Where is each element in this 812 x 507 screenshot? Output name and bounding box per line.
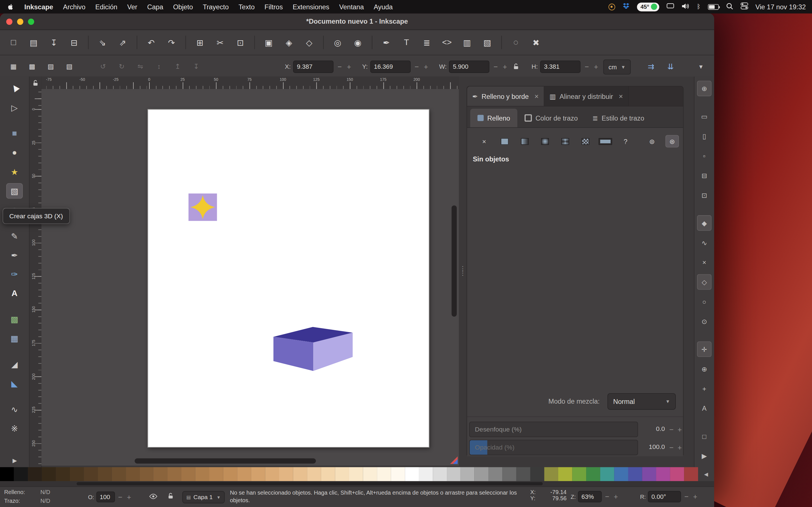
paint-swatch-button[interactable] <box>599 135 612 147</box>
transform-dialog-button[interactable]: ▧ <box>479 34 496 51</box>
rotate-cw-button[interactable]: ↻ <box>114 60 129 73</box>
tab-stroke-color[interactable]: Color de trazo <box>517 109 585 127</box>
pencil-tool[interactable]: ✎ <box>6 228 23 244</box>
palette-swatch-47[interactable] <box>656 467 670 482</box>
snap-object-center-button[interactable]: ⊕ <box>697 361 711 377</box>
fill-indicator[interactable]: Relleno: N/D <box>4 489 25 495</box>
horizontal-scrollbar-thumb[interactable] <box>135 458 316 463</box>
x-increment-button[interactable]: + <box>346 62 352 70</box>
dock-resize-handle[interactable]: ⋮⋮ <box>459 76 467 467</box>
paint-bucket-tool[interactable]: ◣ <box>6 376 23 391</box>
box3d-face-1[interactable] <box>273 337 313 371</box>
y-increment-button[interactable]: + <box>423 62 429 70</box>
close-window-button[interactable] <box>6 18 12 24</box>
raise-button[interactable]: ↥ <box>170 60 185 73</box>
volume-icon[interactable] <box>682 3 690 11</box>
zoom-out-button[interactable]: − <box>604 493 610 501</box>
palette-swatch-20[interactable] <box>279 467 293 482</box>
connector-tool[interactable]: ∿ <box>6 401 23 417</box>
snap-path-intersection-button[interactable]: × <box>697 255 711 270</box>
star-tool[interactable]: ★ <box>6 164 23 179</box>
canvas-objects[interactable] <box>42 89 459 466</box>
battery-widget[interactable]: 45° <box>637 2 659 11</box>
snap-cusp-node-button[interactable]: ◇ <box>697 274 711 290</box>
flip-vertical-button[interactable]: ↕ <box>152 60 166 73</box>
unlink-clone-button[interactable]: ◇ <box>301 34 317 51</box>
lower-button[interactable]: ↧ <box>189 60 203 73</box>
opacity-increment-button[interactable]: + <box>126 493 133 501</box>
toolbox-expander-icon[interactable]: ▶ <box>0 457 30 464</box>
snap-smooth-node-button[interactable]: ○ <box>697 294 711 309</box>
display-icon[interactable] <box>667 3 675 11</box>
snap-nodes-button[interactable]: ◆ <box>697 215 711 231</box>
palette-swatch-23[interactable] <box>321 467 335 482</box>
palette-swatch-21[interactable] <box>293 467 307 482</box>
open-document-button[interactable]: ▤ <box>26 34 42 51</box>
h-input[interactable] <box>541 60 581 73</box>
menu-item-capa[interactable]: Capa <box>147 3 163 11</box>
save-document-button[interactable]: ↧ <box>46 34 62 51</box>
fill-rule-nonzero-button[interactable]: ⊛ <box>665 135 679 147</box>
selection-touch-button[interactable]: ▧ <box>62 60 77 73</box>
move-gradients-toggle-button[interactable]: ⇊ <box>663 60 678 73</box>
snap-enable-button[interactable]: ⊕ <box>697 81 711 96</box>
palette-swatch-17[interactable] <box>238 467 252 482</box>
menu-item-objeto[interactable]: Objeto <box>173 3 193 11</box>
select-all-button[interactable]: ▦ <box>6 60 20 73</box>
palette-swatch-34[interactable] <box>474 467 489 482</box>
fill-rule-evenodd-button[interactable]: ⊚ <box>645 135 659 147</box>
palette-swatch-11[interactable] <box>154 467 168 482</box>
palette-swatch-16[interactable] <box>223 467 238 482</box>
unit-selector[interactable]: cm ▼ <box>603 59 631 74</box>
tab-fill-and-stroke[interactable]: ✒ Relleno y borde × <box>467 87 545 106</box>
palette-swatch-27[interactable] <box>377 467 391 482</box>
rectangle-tool[interactable]: ■ <box>6 126 23 141</box>
palette-scrollbar-thumb[interactable] <box>77 482 543 485</box>
cut-button[interactable]: ✂ <box>212 34 229 51</box>
palette-swatch-19[interactable] <box>265 467 280 482</box>
paint-unknown-button[interactable]: ? <box>619 135 632 147</box>
palette-swatch-7[interactable] <box>98 467 112 482</box>
deselect-button[interactable]: ▨ <box>43 60 58 73</box>
text-dialog-button[interactable]: T <box>398 34 415 51</box>
palette-swatch-3[interactable] <box>42 467 56 482</box>
minimize-window-button[interactable] <box>17 18 23 24</box>
palette-swatch-41[interactable] <box>572 467 587 482</box>
object-opacity-input[interactable] <box>96 492 115 503</box>
battery-icon[interactable] <box>708 4 719 10</box>
palette-swatch-49[interactable] <box>684 467 698 482</box>
palette-swatch-0[interactable] <box>0 467 14 482</box>
tab-stroke-style[interactable]: ≣ Estilo de trazo <box>585 109 652 127</box>
palette-swatch-22[interactable] <box>307 467 321 482</box>
pen-tool[interactable]: ✒ <box>6 247 23 263</box>
zoom-input[interactable] <box>578 491 601 502</box>
close-icon[interactable]: × <box>534 92 539 100</box>
menubar-clock[interactable]: Vie 17 nov 19:32 <box>755 3 806 11</box>
y-decrement-button[interactable]: − <box>413 62 420 70</box>
palette-swatch-32[interactable] <box>447 467 461 482</box>
palette-swatch-37[interactable] <box>516 467 530 482</box>
palette-swatch-45[interactable] <box>628 467 642 482</box>
paste-button[interactable]: ⊡ <box>232 34 249 51</box>
snap-bbox-edge-button[interactable]: ▯ <box>697 128 711 144</box>
snap-text-baseline-button[interactable]: A <box>697 400 711 416</box>
menu-item-filtros[interactable]: Filtros <box>264 3 283 11</box>
palette-swatch-8[interactable] <box>112 467 126 482</box>
snap-bbox-button[interactable]: ▭ <box>697 109 711 124</box>
palette-swatch-43[interactable] <box>600 467 614 482</box>
palette-swatch-4[interactable] <box>56 467 70 482</box>
w-increment-button[interactable]: + <box>502 62 508 70</box>
palette-swatch-35[interactable] <box>489 467 503 482</box>
zoom-drawing-button[interactable]: ◎ <box>329 34 346 51</box>
calligraphy-tool[interactable]: ✑ <box>6 267 23 282</box>
palette-scroll-left-icon[interactable]: ◀ <box>698 467 714 482</box>
mesh-tool[interactable]: ▦ <box>6 331 23 346</box>
duplicate-button[interactable]: ▣ <box>260 34 277 51</box>
vertical-scrollbar-thumb[interactable] <box>452 205 457 317</box>
palette-swatch-13[interactable] <box>182 467 196 482</box>
rotate-cw-button[interactable]: + <box>692 493 699 501</box>
titlebar[interactable]: *Documento nuevo 1 - Inkscape <box>0 13 714 30</box>
vertical-ruler[interactable]: 0255075100125150175200225250 <box>30 89 42 467</box>
flip-horizontal-button[interactable]: ⇋ <box>133 60 147 73</box>
close-icon[interactable]: × <box>619 92 623 100</box>
